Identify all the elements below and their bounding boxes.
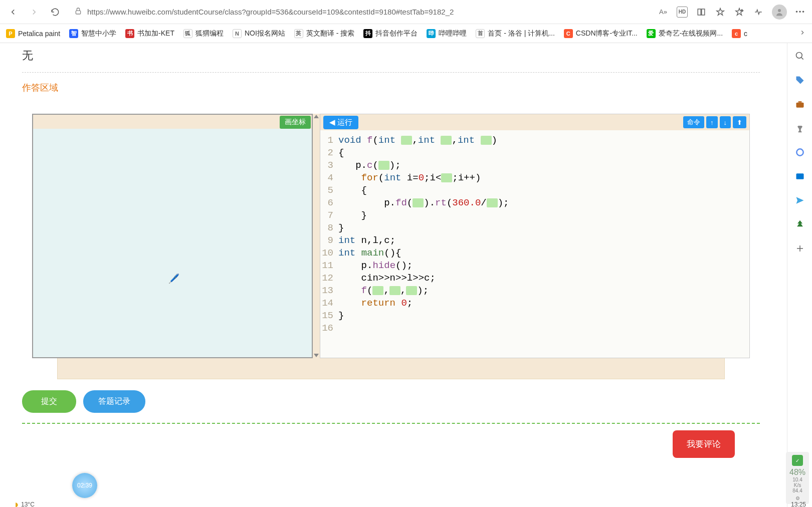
code-line[interactable]: 7 }	[320, 209, 749, 222]
timer-badge[interactable]: 02:39	[72, 473, 97, 498]
canvas-header	[33, 115, 312, 129]
bookmark-favicon: 抖	[363, 29, 372, 38]
line-number: 7	[320, 209, 338, 222]
line-number: 16	[320, 322, 338, 335]
bookmark-item[interactable]: 狐狐猬编程	[183, 29, 224, 38]
expand-button[interactable]: ⬆	[733, 116, 746, 128]
fill-blank[interactable]	[378, 161, 389, 170]
address-bar[interactable]: https://www.huweibc.com/studentCourse/cl…	[69, 7, 651, 17]
submit-button[interactable]: 提交	[22, 390, 76, 413]
download-button[interactable]: ↓	[720, 116, 731, 128]
fill-blank[interactable]	[441, 136, 452, 145]
answer-history-button[interactable]: 答题记录	[83, 390, 145, 413]
fill-blank[interactable]	[406, 286, 417, 295]
tree-icon[interactable]	[794, 218, 806, 230]
code-line[interactable]: 16	[320, 322, 749, 335]
fill-blank[interactable]	[372, 286, 383, 295]
upload-button[interactable]: ↑	[706, 116, 718, 128]
code-line[interactable]: 3 p.c();	[320, 159, 749, 172]
bookmark-item[interactable]: cc	[732, 29, 747, 38]
bookmark-label: 智慧中小学	[81, 29, 116, 38]
search-icon[interactable]	[794, 50, 806, 62]
bookmark-label: c	[744, 30, 747, 38]
fill-blank[interactable]	[389, 286, 400, 295]
split-screen-icon[interactable]	[696, 7, 707, 18]
more-icon[interactable]: •••	[795, 7, 806, 18]
lock-icon	[74, 7, 82, 17]
fill-blank[interactable]	[487, 198, 498, 207]
line-number: 6	[320, 197, 338, 209]
comment-button[interactable]: 我要评论	[673, 430, 735, 458]
bookmark-item[interactable]: NNOI报名网站	[233, 29, 285, 38]
bookmark-item[interactable]: 爱爱奇艺-在线视频网...	[647, 29, 723, 38]
fill-blank[interactable]	[481, 136, 492, 145]
bookmarks-overflow-icon[interactable]	[799, 29, 806, 38]
bookmark-label: 首页 - 洛谷 | 计算机...	[488, 29, 555, 38]
bookmark-favicon: 英	[294, 29, 303, 38]
back-button[interactable]	[6, 5, 20, 19]
fill-blank[interactable]	[441, 173, 452, 182]
favorites-add-icon[interactable]	[734, 7, 745, 18]
perf-net-unit: K/s	[787, 482, 808, 488]
code-line[interactable]: 12 cin>>n>>l>>c;	[320, 272, 749, 285]
code-editor[interactable]: 1void f(int ,int ,int )2{3 p.c();4 for(i…	[320, 130, 749, 358]
bookmark-favicon: C	[564, 29, 573, 38]
code-toolbar: ◀ 运行 命令 ↑ ↓ ⬆	[320, 114, 749, 130]
run-button[interactable]: ◀ 运行	[323, 116, 358, 129]
code-line[interactable]: 5 {	[320, 184, 749, 197]
browser-toolbar: https://www.huweibc.com/studentCourse/cl…	[0, 0, 812, 24]
bookmark-item[interactable]: PPetalica paint	[6, 29, 60, 38]
refresh-button[interactable]	[48, 5, 62, 19]
outlook-icon[interactable]	[794, 170, 806, 182]
bookmark-item[interactable]: 智智慧中小学	[69, 29, 116, 38]
add-sidebar-icon[interactable]	[794, 242, 806, 255]
send-icon[interactable]	[794, 194, 806, 206]
code-line[interactable]: 10int main(){	[320, 247, 749, 260]
code-line[interactable]: 14 return 0;	[320, 297, 749, 310]
url-text: https://www.huweibc.com/studentCourse/cl…	[87, 8, 646, 16]
performance-widget[interactable]: ✓ 48% 10.4 K/s 84.4 ⚙	[786, 452, 809, 504]
line-number: 2	[320, 147, 338, 159]
code-line[interactable]: 1void f(int ,int ,int )	[320, 134, 749, 147]
code-line[interactable]: 13 f(,,);	[320, 285, 749, 297]
taskbar-weather[interactable]: ◗13°C	[15, 501, 35, 507]
health-icon[interactable]	[753, 7, 764, 18]
bookmark-item[interactable]: 哔哔哩哔哩	[427, 29, 467, 38]
page-content: 无 作答区域 画坐标 🖊️ ◀ 运行 命令 ↑	[7, 43, 775, 507]
turtle-canvas[interactable]: 画坐标 🖊️	[32, 114, 313, 358]
chess-icon[interactable]	[794, 122, 806, 134]
pane-splitter[interactable]	[313, 114, 320, 358]
forward-button[interactable]	[27, 5, 41, 19]
code-line[interactable]: 6 p.fd().rt(360.0/);	[320, 197, 749, 209]
bookmark-item[interactable]: 首首页 - 洛谷 | 计算机...	[476, 29, 555, 38]
answer-area-title: 作答区域	[7, 73, 775, 99]
code-line[interactable]: 2{	[320, 147, 749, 159]
bookmark-favicon: 智	[69, 29, 78, 38]
code-editor-pane: ◀ 运行 命令 ↑ ↓ ⬆ 1void f(int ,int ,int )2{3…	[320, 114, 750, 358]
code-line[interactable]: 8}	[320, 222, 749, 234]
hd-badge[interactable]: HD	[677, 7, 688, 18]
bookmark-item[interactable]: CCSDN博客-专业IT...	[564, 29, 638, 38]
bookmark-item[interactable]: 英英文翻译 - 搜索	[294, 29, 354, 38]
bookmark-item[interactable]: 抖抖音创作平台	[363, 29, 418, 38]
code-line[interactable]: 15}	[320, 310, 749, 322]
code-line[interactable]: 11 p.hide();	[320, 260, 749, 272]
fill-blank[interactable]	[401, 136, 412, 145]
favorites-star-icon[interactable]	[715, 7, 726, 18]
gear-icon[interactable]: ⚙	[787, 495, 808, 501]
tag-icon[interactable]	[794, 74, 806, 86]
fill-blank[interactable]	[413, 198, 424, 207]
bookmark-item[interactable]: 书书加加-KET	[125, 29, 174, 38]
cmd-button[interactable]: 命令	[683, 116, 704, 128]
bookmark-favicon: 爱	[647, 29, 656, 38]
code-line[interactable]: 9int n,l,c;	[320, 234, 749, 247]
draw-axis-button[interactable]: 画坐标	[280, 116, 311, 129]
code-line[interactable]: 4 for(int i=0;i<;i++)	[320, 172, 749, 184]
line-number: 14	[320, 297, 338, 310]
bookmark-favicon: 书	[125, 29, 134, 38]
bookmark-label: NOI报名网站	[245, 29, 285, 38]
briefcase-icon[interactable]	[794, 98, 806, 110]
read-aloud-icon[interactable]: A»	[658, 7, 669, 18]
profile-avatar[interactable]	[772, 5, 787, 20]
office-icon[interactable]	[794, 146, 806, 158]
